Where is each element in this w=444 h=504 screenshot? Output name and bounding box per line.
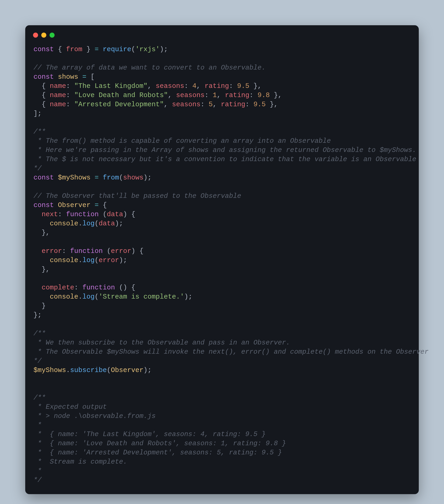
comment: * { name: 'Arrested Development', season… [34,449,282,456]
string-rxjs: 'rxjs' [135,45,160,53]
comment: * { name: 'Love Death and Robots', seaso… [34,439,286,447]
comment: * We then subscribe to the Observable an… [34,339,290,346]
comment: * [34,421,42,429]
comment: * { name: 'The Last Kingdom', seasons: 4… [34,430,266,438]
line: console.log('Stream is complete.'); [34,293,192,301]
line: } [34,302,46,310]
ident-observer: Observer [58,201,91,209]
editor-window: const { from } = require('rxjs'); // The… [25,25,419,494]
window-titlebar [25,33,419,45]
line: }, [34,229,50,237]
line: complete: function () { [34,284,135,291]
close-icon[interactable] [33,33,38,38]
comment: // The array of data we want to convert … [34,64,266,72]
comment: * [34,467,42,475]
line: console.log(data); [34,220,123,227]
ident-myshows: $myShows [58,174,91,181]
line: }, [34,266,50,273]
comment: * Expected output [34,403,107,411]
line: next: function (data) { [34,211,135,218]
line: const shows = [ [34,73,94,81]
line: $myShows.subscribe(Observer); [34,366,152,374]
code-block: const { from } = require('rxjs'); // The… [25,45,419,485]
line: const Observer = { [34,201,107,209]
minimize-icon[interactable] [41,33,46,38]
ident-shows: shows [58,73,78,81]
comment: /** [34,394,46,402]
comment: // The Observer that'll be passed to the… [34,192,241,200]
line: const { from } = require('rxjs'); [34,45,168,53]
line: console.log(error); [34,256,127,264]
fn-require: require [103,45,131,53]
comment: */ [34,476,42,484]
fn-subscribe: subscribe [70,366,107,374]
comment: * The from() method is capable of conver… [34,137,331,145]
line: { name: "Arrested Development", seasons:… [34,101,278,108]
keyword-const: const [34,45,54,53]
comment: * Here we're passing in the Array of sho… [34,146,416,154]
line: }; [34,311,42,319]
comment: /** [34,128,46,136]
comment: */ [34,164,42,172]
comment: * The $ is not necessary but it's a conv… [34,155,416,163]
line: { name: "Love Death and Robots", seasons… [34,91,282,99]
line: ]; [34,110,42,118]
zoom-icon[interactable] [50,33,55,38]
line: const $myShows = from(shows); [34,174,152,181]
fn-from: from [103,174,119,181]
line: { name: "The Last Kingdom", seasons: 4, … [34,82,262,90]
comment: * > node .\observable.from.js [34,412,156,420]
comment: */ [34,357,42,365]
comment: /** [34,330,46,337]
ident-from: from [66,45,82,53]
comment: * The Observable $myShows will invoke th… [34,348,429,356]
line: error: function (error) { [34,247,144,255]
comment: * Stream is complete. [34,458,127,466]
